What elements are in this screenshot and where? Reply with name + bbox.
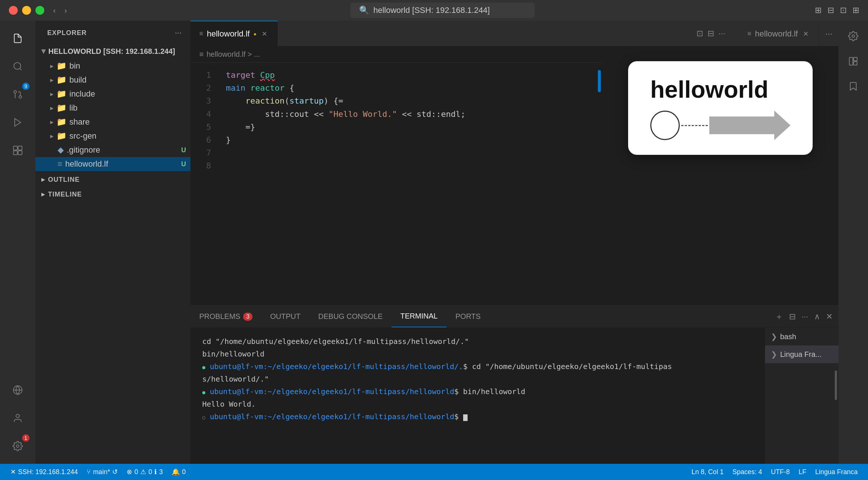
outline-section[interactable]: ▸ OUTLINE	[35, 171, 190, 186]
folder-icon-share: 📁	[56, 117, 66, 127]
tree-item-include[interactable]: ▸ 📁 include	[35, 87, 190, 101]
svg-rect-9	[18, 151, 22, 155]
terminal-scrollbar	[765, 363, 838, 464]
minimize-button[interactable]	[22, 6, 31, 15]
terminal-tab-terminal[interactable]: TERMINAL	[392, 306, 447, 327]
source-control-icon	[13, 89, 23, 100]
svg-point-2	[19, 96, 22, 98]
line-num-7: 7	[190, 146, 211, 159]
back-button[interactable]: ‹	[50, 5, 59, 16]
settings-icon	[13, 441, 23, 451]
panels-icon[interactable]: ⊡	[840, 6, 847, 15]
timeline-section[interactable]: ▸ TIMELINE	[35, 186, 190, 201]
new-terminal-icon[interactable]: ＋	[775, 311, 783, 322]
code-line-6: =}	[226, 121, 588, 133]
terminal-content[interactable]: cd "/home/ubuntu/elgeeko/elgeeko1/lf-mul…	[190, 328, 765, 464]
customize-icon[interactable]: ⊞	[852, 6, 859, 15]
split-icon[interactable]: ⊟	[827, 6, 834, 15]
right-icon-bookmark[interactable]	[842, 75, 864, 97]
tree-item-srcgen[interactable]: ▸ 📁 src-gen	[35, 129, 190, 143]
status-errors[interactable]: ⊗ 0 ⚠ 0 ℹ 3	[122, 464, 167, 480]
titlebar: ‹ › 🔍 helloworld [SSH: 192.168.1.244] ⊞ …	[0, 0, 868, 21]
status-right: Ln 8, Col 1 Spaces: 4 UTF-8 LF Lingua Fr…	[687, 468, 862, 476]
close-button[interactable]	[9, 6, 18, 15]
tree-label-bin: bin	[69, 61, 186, 71]
activity-item-remote[interactable]	[4, 377, 31, 403]
tab-close-active[interactable]: ✕	[260, 29, 269, 39]
search-bar[interactable]: 🔍 helloworld [SSH: 192.168.1.244]	[350, 3, 535, 18]
tree-root-folder[interactable]: ▾ HELLOWORLD [SSH: 192.168.1.244]	[35, 44, 190, 59]
tabs-actions: ⊡ ⊟ ···	[690, 21, 731, 46]
terminal-more-icon[interactable]: ···	[802, 312, 808, 321]
code-area[interactable]: 1 2 3 4 5 6 7 8 target Cpp main reactor …	[190, 63, 602, 305]
activity-item-scm[interactable]: 9	[4, 81, 31, 108]
activity-item-settings[interactable]: 1	[4, 433, 31, 459]
terminal-tab-ports[interactable]: PORTS	[447, 306, 490, 327]
tab-helloworld-second[interactable]: ≡ helloworld.lf ✕	[738, 21, 819, 46]
second-more-icon[interactable]: ···	[825, 28, 833, 39]
code-lines[interactable]: target Cpp main reactor { reaction(start…	[217, 63, 596, 305]
terminal-maximize-icon[interactable]: ∧	[814, 312, 820, 321]
tab-helloworld-active[interactable]: ≡ helloworld.lf ● ✕	[190, 21, 278, 46]
tree-item-share[interactable]: ▸ 📁 share	[35, 115, 190, 129]
shell-item-lingua[interactable]: ❯ Lingua Fra...	[765, 345, 838, 363]
editor-more-icon[interactable]: ···	[719, 29, 725, 38]
status-spaces[interactable]: Spaces: 4	[728, 468, 767, 476]
tree-label-srcgen: src-gen	[69, 131, 186, 141]
code-line-5: std::cout << "Hello World." << std::endl…	[226, 108, 588, 121]
activity-item-extensions[interactable]	[4, 137, 31, 164]
status-position[interactable]: Ln 8, Col 1	[687, 468, 728, 476]
right-icon-layout[interactable]	[842, 50, 864, 72]
tree-label-lib: lib	[69, 103, 186, 113]
editor-layout-icon[interactable]: ⊟	[707, 29, 714, 38]
status-encoding[interactable]: UTF-8	[767, 468, 794, 476]
chevron-right-icon-share: ▸	[50, 118, 54, 126]
svg-marker-14	[709, 111, 790, 140]
titlebar-left: ‹ ›	[9, 5, 70, 16]
split-editor-icon[interactable]: ⊡	[696, 29, 703, 38]
tree-item-bin[interactable]: ▸ 📁 bin	[35, 59, 190, 73]
folder-icon-build: 📁	[56, 75, 66, 85]
line-num-2: 2	[190, 81, 211, 94]
status-bell[interactable]: 🔔 0	[167, 464, 190, 480]
tab-label-active: helloworld.lf	[207, 29, 250, 39]
forward-button[interactable]: ›	[62, 5, 70, 16]
status-ssh[interactable]: ✕ SSH: 192.168.1.244	[6, 464, 82, 480]
terminal-tab-output[interactable]: OUTPUT	[261, 306, 309, 327]
sync-icon: ↺	[112, 468, 118, 476]
activity-item-explorer[interactable]	[4, 25, 31, 52]
tab-close-second[interactable]: ✕	[802, 29, 810, 39]
preview-dashed-line	[681, 125, 708, 126]
terminal-tab-debug[interactable]: DEBUG CONSOLE	[309, 306, 391, 327]
chevron-right-icon-lib: ▸	[50, 104, 54, 112]
status-eol[interactable]: LF	[794, 468, 811, 476]
tree-label-gitignore: .gitignore	[67, 145, 178, 155]
status-branch[interactable]: ⑂ main* ↺	[82, 464, 122, 480]
status-language[interactable]: Lingua Franca	[811, 468, 862, 476]
bell-icon: 🔔	[172, 468, 180, 476]
tree-item-gitignore[interactable]: ◆ .gitignore U	[35, 143, 190, 157]
terminal-tab-problems[interactable]: PROBLEMS 3	[190, 306, 261, 327]
breadcrumb-icon: ≡	[199, 50, 204, 59]
activity-item-run[interactable]	[4, 109, 31, 136]
right-icon-settings[interactable]	[842, 25, 864, 47]
terminal-split-icon[interactable]: ⊟	[789, 312, 796, 321]
traffic-lights	[9, 6, 44, 15]
right-settings-icon	[848, 31, 858, 41]
problems-badge: 3	[243, 313, 252, 321]
search-text: helloworld [SSH: 192.168.1.244]	[373, 6, 490, 15]
tree-item-build[interactable]: ▸ 📁 build	[35, 73, 190, 87]
activity-item-accounts[interactable]	[4, 405, 31, 431]
right-layout-icon	[848, 56, 858, 66]
maximize-button[interactable]	[35, 6, 44, 15]
scrollbar-indicator[interactable]	[596, 63, 602, 305]
sidebar-more-icon[interactable]: ···	[175, 28, 182, 38]
terminal-close-icon[interactable]: ✕	[826, 312, 833, 321]
position-label: Ln 8, Col 1	[692, 468, 724, 476]
editor-content: ≡ helloworld.lf > ... 1 2 3 4 5 6 7 8	[190, 46, 838, 305]
tree-item-helloworld[interactable]: ≡ helloworld.lf U	[35, 157, 190, 171]
tree-item-lib[interactable]: ▸ 📁 lib	[35, 101, 190, 115]
shell-item-bash[interactable]: ❯ bash	[765, 328, 838, 345]
layout-icon[interactable]: ⊞	[815, 6, 822, 15]
activity-item-search[interactable]	[4, 53, 31, 80]
